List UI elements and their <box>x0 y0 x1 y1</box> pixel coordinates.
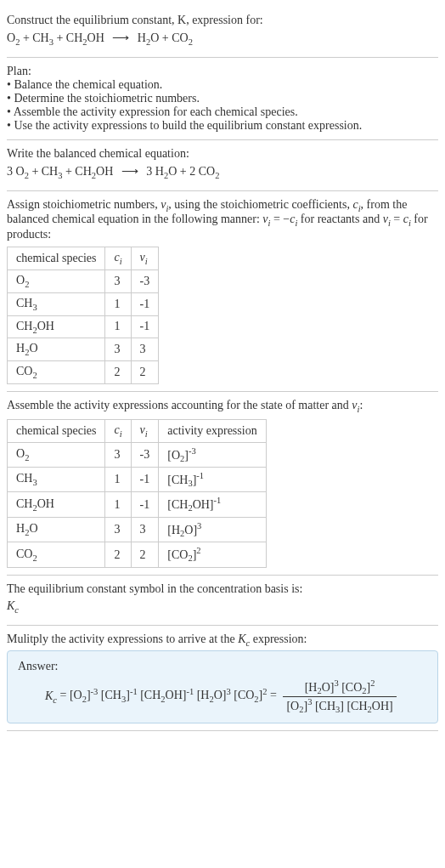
assign-section: Assign stoichiometric numbers, νi, using… <box>7 191 438 392</box>
plan-bullet-1: • Balance the chemical equation. <box>7 78 438 92</box>
cell-vi: 2 <box>131 361 159 384</box>
answer-expression: Kc = [O2]-3 [CH3]-1 [CH2OH]-1 [H2O]3 [CO… <box>18 678 427 714</box>
cell-species: CO2 <box>8 361 105 384</box>
cell-vi: 2 <box>131 542 159 567</box>
cell-ci: 1 <box>105 468 131 492</box>
multiply-t1: Mulitply the activity expressions to arr… <box>7 633 238 645</box>
cell-vi: -3 <box>131 442 159 467</box>
table-row: chemical species ci νi <box>8 247 159 270</box>
cell-vi: -1 <box>131 468 159 492</box>
cell-ci: 3 <box>105 269 131 292</box>
ksymbol-line: The equilibrium constant symbol in the c… <box>7 582 438 596</box>
cell-species: CH2OH <box>8 315 105 338</box>
table-row: CH2OH 1 -1 [CH2OH]-1 <box>8 492 267 517</box>
answer-box: Answer: Kc = [O2]-3 [CH3]-1 [CH2OH]-1 [H… <box>7 650 438 723</box>
cell-vi: 3 <box>131 338 159 361</box>
plan-bullet-2: • Determine the stoichiometric numbers. <box>7 92 438 105</box>
cell-ci: 3 <box>105 442 131 467</box>
cell-vi: -1 <box>131 292 159 315</box>
cell-vi: -1 <box>131 315 159 338</box>
table-row: H2O 3 3 <box>8 338 159 361</box>
balanced-equation: 3 O2 + CH3 + CH2OH ⟶ 3 H2O + 2 CO2 <box>7 164 438 180</box>
intro-text: Construct the equilibrium constant, K, e… <box>7 14 263 26</box>
cell-ci: 1 <box>105 292 131 315</box>
cell-ci: 3 <box>105 338 131 361</box>
stoich-table-2: chemical species ci νi activity expressi… <box>7 419 267 568</box>
cell-species: O2 <box>8 269 105 292</box>
assign-t4: for reactants and <box>297 213 382 225</box>
cell-vi: -3 <box>131 269 159 292</box>
answer-label: Answer: <box>18 660 427 673</box>
intro-section: Construct the equilibrium constant, K, e… <box>7 7 438 58</box>
fraction-denominator: [O2]3 [CH3] [CH2OH] <box>283 697 396 714</box>
cell-ci: 1 <box>105 492 131 517</box>
table-row: CH3 1 -1 [CH3]-1 <box>8 468 267 492</box>
fraction-numerator: [H2O]3 [CO2]2 <box>283 678 396 696</box>
plan-bullet-3: • Assemble the activity expression for e… <box>7 105 438 119</box>
th-ci: ci <box>105 419 131 442</box>
fraction: [H2O]3 [CO2]2 [O2]3 [CH3] [CH2OH] <box>283 678 396 714</box>
cell-species: H2O <box>8 338 105 361</box>
balanced-section: Write the balanced chemical equation: 3 … <box>7 140 438 191</box>
cell-species: H2O <box>8 517 105 542</box>
cell-ci: 1 <box>105 315 131 338</box>
plan-section: Plan: • Balance the chemical equation. •… <box>7 58 438 140</box>
table-row: CH3 1 -1 <box>8 292 159 315</box>
table-row: CH2OH 1 -1 <box>8 315 159 338</box>
plan-heading: Plan: <box>7 65 438 78</box>
table-row: CO2 2 2 <box>8 361 159 384</box>
table-row: H2O 3 3 [H2O]3 <box>8 517 267 542</box>
multiply-section: Mulitply the activity expressions to arr… <box>7 626 438 732</box>
th-vi: νi <box>131 247 159 270</box>
table-row: CO2 2 2 [CO2]2 <box>8 542 267 567</box>
cell-species: CO2 <box>8 542 105 567</box>
assemble-t1: Assemble the activity expressions accoun… <box>7 399 352 411</box>
balanced-heading: Write the balanced chemical equation: <box>7 147 438 161</box>
assign-t1: Assign stoichiometric numbers, <box>7 198 161 211</box>
cell-species: CH2OH <box>8 492 105 517</box>
assemble-section: Assemble the activity expressions accoun… <box>7 392 438 576</box>
cell-species: CH3 <box>8 292 105 315</box>
assign-t2: , using the stoichiometric coefficients, <box>168 198 352 211</box>
multiply-t2: expression: <box>250 633 307 645</box>
assemble-t2: : <box>359 399 363 411</box>
assemble-text: Assemble the activity expressions accoun… <box>7 399 438 414</box>
assign-text: Assign stoichiometric numbers, νi, using… <box>7 198 438 242</box>
cell-species: O2 <box>8 442 105 467</box>
cell-ci: 3 <box>105 517 131 542</box>
cell-activity: [O2]-3 <box>159 442 266 467</box>
table-row: O2 3 -3 [O2]-3 <box>8 442 267 467</box>
cell-ci: 2 <box>105 361 131 384</box>
th-ci: ci <box>105 247 131 270</box>
cell-activity: [CO2]2 <box>159 542 266 567</box>
th-species: chemical species <box>8 247 105 270</box>
cell-species: CH3 <box>8 468 105 492</box>
multiply-text: Mulitply the activity expressions to arr… <box>7 633 438 648</box>
cell-activity: [H2O]3 <box>159 517 266 542</box>
th-vi: νi <box>131 419 159 442</box>
table-row: chemical species ci νi activity expressi… <box>8 419 267 442</box>
th-activity: activity expression <box>159 419 266 442</box>
cell-activity: [CH3]-1 <box>159 468 266 492</box>
intro-equation: O2 + CH3 + CH2OH ⟶ H2O + CO2 <box>7 31 438 47</box>
cell-vi: -1 <box>131 492 159 517</box>
cell-vi: 3 <box>131 517 159 542</box>
stoich-table-1: chemical species ci νi O2 3 -3 CH3 1 -1 … <box>7 247 159 384</box>
cell-ci: 2 <box>105 542 131 567</box>
table-row: O2 3 -3 <box>8 269 159 292</box>
ksymbol-value: Kc <box>7 599 438 615</box>
plan-bullet-4: • Use the activity expressions to build … <box>7 119 438 133</box>
cell-activity: [CH2OH]-1 <box>159 492 266 517</box>
ksymbol-section: The equilibrium constant symbol in the c… <box>7 576 438 626</box>
th-species: chemical species <box>8 419 105 442</box>
intro-line1: Construct the equilibrium constant, K, e… <box>7 14 438 27</box>
